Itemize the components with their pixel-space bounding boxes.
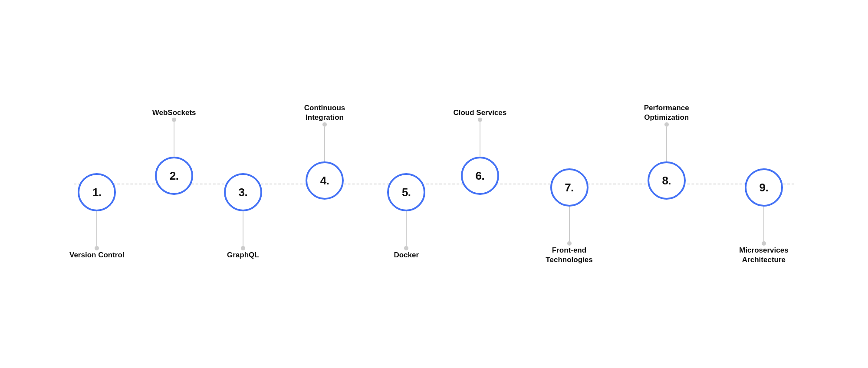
vline-up-8 [666, 127, 667, 161]
top-label-2: WebSockets [152, 108, 196, 118]
dot-bottom-7 [567, 241, 572, 246]
dot-top-8 [664, 122, 669, 127]
circle-5: 5. [387, 173, 425, 211]
dot-bottom-3 [241, 246, 245, 250]
circle-3: 3. [224, 173, 262, 211]
node-8: Performance Optimization 8. [632, 103, 701, 265]
circle-label-1: 1. [92, 185, 102, 199]
node-3: 3. GraphQL [224, 108, 262, 260]
vline-up-6 [480, 122, 480, 157]
dot-top-2 [172, 118, 176, 122]
circle-1: 1. [78, 173, 116, 211]
bottom-label-3: GraphQL [227, 250, 259, 260]
circle-2: 2. [155, 157, 193, 195]
node-4: Continuous Integration 4. [290, 103, 359, 265]
bottom-label-1: Version Control [69, 250, 125, 260]
bottom-label-9: Microservices Architecture [729, 246, 799, 265]
circle-9: 9. [745, 168, 783, 207]
vline-up-2 [174, 122, 174, 157]
circle-8: 8. [648, 161, 686, 200]
circle-label-6: 6. [476, 169, 485, 183]
dot-bottom-9 [762, 241, 766, 246]
node-7: 7. Front-end Technologies [535, 103, 604, 265]
bottom-label-5: Docker [394, 250, 419, 260]
dot-top-6 [478, 118, 482, 122]
circle-label-5: 5. [402, 185, 411, 199]
bottom-label-7: Front-end Technologies [535, 246, 604, 265]
circle-7: 7. [550, 168, 589, 207]
node-6: Cloud Services 6. [453, 108, 506, 260]
circle-label-4: 4. [320, 174, 329, 187]
vline-down-1 [96, 211, 97, 246]
node-1: 1. Version Control [69, 108, 125, 260]
circle-4: 4. [306, 161, 344, 200]
vline-up-4 [324, 127, 325, 161]
vline-down-3 [243, 211, 243, 246]
circle-label-9: 9. [760, 181, 769, 194]
circle-label-8: 8. [662, 174, 671, 187]
top-label-4: Continuous Integration [290, 103, 359, 122]
top-label-8: Performance Optimization [632, 103, 701, 122]
dot-bottom-1 [95, 246, 99, 250]
circle-label-3: 3. [238, 185, 247, 199]
vline-down-5 [406, 211, 407, 246]
node-2: WebSockets 2. [152, 108, 196, 260]
dot-bottom-5 [404, 246, 408, 250]
nodes-row: 1. Version Control WebSockets 2. 3. [30, 103, 838, 265]
circle-6: 6. [461, 157, 499, 195]
circle-label-7: 7. [565, 181, 574, 194]
vline-down-7 [569, 207, 570, 241]
vline-down-9 [763, 207, 764, 241]
timeline-container: 1. Version Control WebSockets 2. 3. [30, 32, 838, 336]
node-5: 5. Docker [387, 108, 425, 260]
top-label-6: Cloud Services [453, 108, 506, 118]
node-9: 9. Microservices Architecture [729, 103, 799, 265]
circle-label-2: 2. [170, 169, 179, 183]
dot-top-4 [322, 122, 327, 127]
